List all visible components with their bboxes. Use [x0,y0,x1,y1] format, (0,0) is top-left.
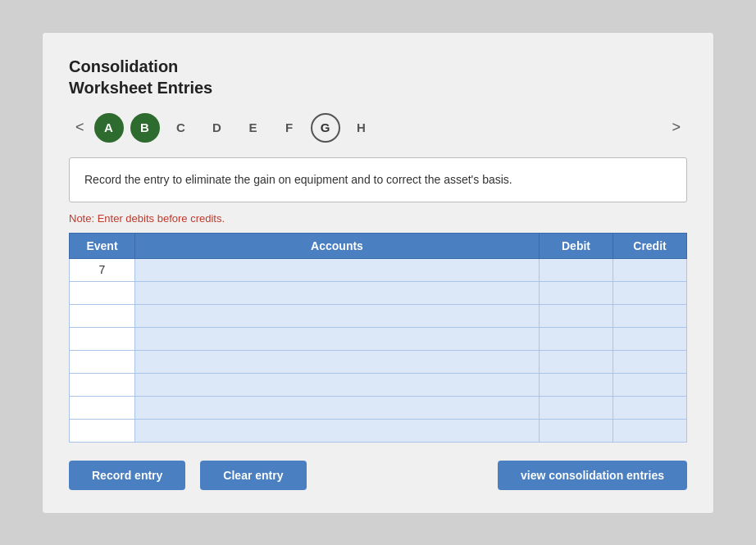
debit-input[interactable] [540,374,613,396]
page-title: Consolidation Worksheet Entries [69,56,687,98]
credit-cell[interactable] [613,258,687,281]
credit-cell[interactable] [613,304,687,327]
tab-c[interactable]: C [166,113,196,143]
debit-input[interactable] [540,328,613,350]
credit-input[interactable] [613,374,686,396]
description-text: Record the entry to eliminate the gain o… [84,173,512,186]
event-cell [70,304,135,327]
debit-input[interactable] [540,420,613,442]
tab-g[interactable]: G [311,113,340,143]
col-header-event: Event [70,233,135,258]
event-cell [70,373,135,396]
main-card: Consolidation Worksheet Entries < A B C … [42,32,714,514]
credit-input[interactable] [613,328,686,350]
col-header-accounts: Accounts [135,233,540,258]
debit-input[interactable] [540,282,613,304]
table-row [70,419,687,442]
tab-f[interactable]: F [275,113,304,143]
table-row [70,396,687,419]
debit-cell[interactable] [540,281,613,304]
debit-input[interactable] [540,351,613,373]
accounts-cell[interactable] [135,350,540,373]
credit-input[interactable] [613,397,686,419]
record-entry-button[interactable]: Record entry [69,461,185,490]
table-row: 7 [70,258,687,281]
clear-entry-button[interactable]: Clear entry [200,461,306,490]
credit-input[interactable] [613,351,686,373]
debit-input[interactable] [540,397,613,419]
tab-d[interactable]: D [203,113,232,143]
accounts-input[interactable] [135,305,539,327]
accounts-input[interactable] [135,259,539,281]
credit-input[interactable] [613,305,686,327]
table-row [70,304,687,327]
col-header-debit: Debit [540,233,613,258]
credit-input[interactable] [613,259,686,281]
event-cell [70,396,135,419]
tab-a[interactable]: A [94,113,124,143]
debit-cell[interactable] [540,419,613,442]
accounts-cell[interactable] [135,281,540,304]
debit-cell[interactable] [540,350,613,373]
description-box: Record the entry to eliminate the gain o… [69,157,687,202]
accounts-input[interactable] [135,420,539,442]
table-row [70,281,687,304]
debit-input[interactable] [540,305,613,327]
accounts-input[interactable] [135,374,539,396]
entry-table: Event Accounts Debit Credit 7 [69,233,687,443]
col-header-credit: Credit [613,233,687,258]
table-row [70,350,687,373]
accounts-input[interactable] [135,328,539,350]
credit-input[interactable] [613,282,686,304]
accounts-input[interactable] [135,351,539,373]
table-row [70,327,687,350]
debit-cell[interactable] [540,304,613,327]
debit-input[interactable] [540,259,613,281]
event-cell [70,327,135,350]
prev-arrow[interactable]: < [69,116,91,139]
event-cell: 7 [70,258,135,281]
accounts-cell[interactable] [135,327,540,350]
button-row: Record entry Clear entry view consolidat… [69,461,687,490]
tabs-row: < A B C D E F G H > [69,113,687,143]
debit-cell[interactable] [540,373,613,396]
view-consolidation-button[interactable]: view consolidation entries [498,461,687,490]
table-row [70,373,687,396]
credit-cell[interactable] [613,281,687,304]
accounts-cell[interactable] [135,373,540,396]
note-text: Note: Enter debits before credits. [69,212,687,225]
event-cell [70,419,135,442]
credit-cell[interactable] [613,350,687,373]
credit-cell[interactable] [613,373,687,396]
credit-cell[interactable] [613,327,687,350]
tab-h[interactable]: H [347,113,376,143]
accounts-input[interactable] [135,282,539,304]
debit-cell[interactable] [540,396,613,419]
event-cell [70,350,135,373]
credit-cell[interactable] [613,419,687,442]
credit-cell[interactable] [613,396,687,419]
accounts-input[interactable] [135,397,539,419]
accounts-cell[interactable] [135,396,540,419]
event-cell [70,281,135,304]
debit-cell[interactable] [540,327,613,350]
accounts-cell[interactable] [135,419,540,442]
tab-b[interactable]: B [130,113,160,143]
accounts-cell[interactable] [135,304,540,327]
accounts-cell[interactable] [135,258,540,281]
debit-cell[interactable] [540,258,613,281]
credit-input[interactable] [613,420,686,442]
tab-e[interactable]: E [239,113,268,143]
next-arrow[interactable]: > [665,116,687,139]
